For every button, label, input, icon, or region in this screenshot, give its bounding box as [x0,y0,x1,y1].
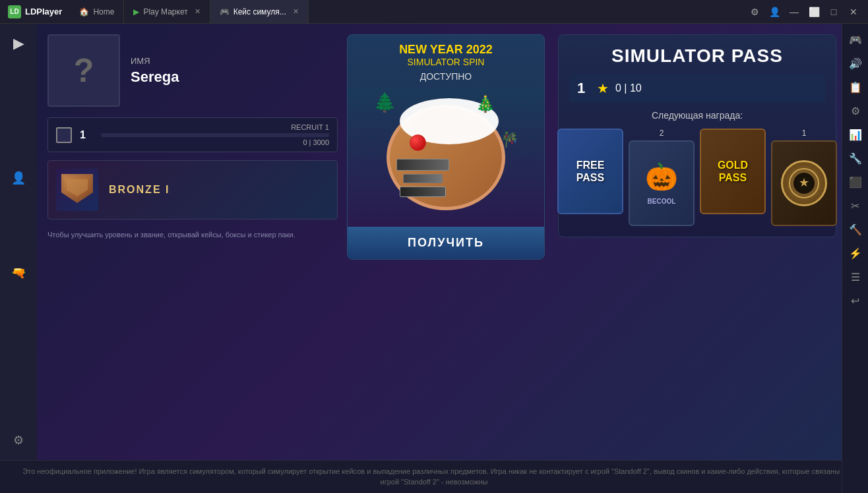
cookie-base: 🎄 [387,105,505,210]
gold-pass-card: GOLDPASS [700,129,766,214]
progress-bar [101,133,329,137]
main-content: ? ИМЯ Serega 1 RECRUIT 1 0 | 3000 [37,24,842,460]
rs-chart-icon[interactable]: 📊 [845,124,866,145]
holly-icon: 🎄 [476,95,495,113]
case-sim-label: Кейс симуля... [233,7,286,16]
logo-icon: LD [8,5,21,18]
player-name-block: ИМЯ Serega [131,56,179,86]
rs-keyboard-icon[interactable]: ⬛ [845,171,866,192]
progress-text: 0 | 3000 [101,138,329,146]
rs-hammer-icon[interactable]: 🔨 [845,219,866,240]
bronze-badge: BRONZE I [47,160,338,219]
player-name: Serega [131,69,179,86]
tree-branch-1: 🌲 [373,92,396,113]
reward-item-sticker: 2 🎃 BECOOL [629,129,695,226]
gun-item-3 [400,187,446,197]
pass-position-num: 1 [577,80,590,97]
rs-back-icon[interactable]: ↩ [845,290,866,311]
player-card: ? ИМЯ Serega 1 RECRUIT 1 0 | 3000 [47,34,338,244]
get-spin-button[interactable]: ПОЛУЧИТЬ [348,227,544,259]
pass-title: SIMULATOR PASS [569,45,825,67]
play-market-close[interactable]: ✕ [195,7,201,16]
footer-text: Это неофициальное приложение! Игра являе… [13,467,855,487]
rs-volume-icon[interactable]: 🔊 [845,53,866,74]
bronze-icon-wrap [56,169,98,211]
close-button[interactable]: ✕ [844,3,863,21]
app-name: LDPlayer [25,7,62,16]
minimize-button[interactable]: — [785,3,803,21]
play-market-icon: ▶ [133,7,139,16]
medal-circle: ★ [781,160,827,206]
home-tab-label: Home [93,7,114,16]
gun-item-2 [403,174,443,183]
tab-bar: 🏠 Home ▶ Play Маркет ✕ 🎮 Кейс симуля... … [70,0,740,23]
maximize-button[interactable]: □ [824,3,843,21]
player-avatar: ? [47,34,120,107]
sticker-num: 2 [660,129,664,138]
svg-text:★: ★ [799,176,809,189]
rs-tool-icon[interactable]: 🔧 [845,148,866,169]
spin-title-year: NEW YEAR 2022 [353,43,539,57]
left-sidebar: ▶ 👤 🔫 ⚙ [0,24,37,460]
person-icon[interactable]: 👤 [7,166,30,190]
rs-flash-icon[interactable]: ⚡ [845,243,866,264]
free-pass-card: FREEPASS [557,129,623,214]
pass-panel: SIMULATOR PASS 1 ★ 0 | 10 Следующая нагр… [558,34,836,237]
rs-menu-icon[interactable]: ☰ [845,266,866,287]
spin-title-main: SIMULATOR SPIN [353,57,539,67]
next-reward-label: Следующая награда: [569,110,825,121]
spin-decoration: 🎄 🌲 🎋 [373,92,518,223]
spin-image-container: 🎄 🌲 🎋 [348,88,544,227]
medal-card: ★ [771,140,837,226]
bronze-label: BRONZE I [109,184,170,196]
spin-panel: NEW YEAR 2022 SIMULATOR SPIN ДОСТУПНО 🎄 [347,34,545,260]
user-control[interactable]: 👤 [765,3,784,21]
restore-button[interactable]: ⬜ [805,3,823,21]
case-sim-close[interactable]: ✕ [293,7,299,16]
rs-gamepad-icon[interactable]: 🎮 [845,29,866,50]
rewards-row: FREEPASS 2 🎃 BECOOL GOLDPASS 1 [569,129,825,226]
ball-deco [410,134,426,151]
tab-home[interactable]: 🏠 Home [70,0,124,23]
gun-item-1 [396,159,449,171]
avatar-placeholder: ? [74,51,94,90]
rank-icon [56,127,72,143]
rank-bar-container: 1 RECRUIT 1 0 | 3000 [47,117,338,152]
app-logo: LD LDPlayer [0,5,70,18]
medal-svg: ★ [788,167,821,200]
tree-branch-2: 🎋 [501,131,518,148]
spin-available: ДОСТУПНО [353,71,539,82]
star-progress: 0 | 10 [615,82,642,94]
reward-item-gold-pass: GOLDPASS [700,129,766,226]
tab-case-sim[interactable]: 🎮 Кейс симуля... ✕ [210,0,309,23]
sticker-card: 🎃 BECOOL [629,140,695,226]
home-tab-icon: 🏠 [79,7,89,16]
play-market-label: Play Маркет [143,7,187,16]
bronze-chevron-svg [56,169,98,211]
reward-item-medal: 1 ★ [771,129,837,226]
free-pass-text: FREEPASS [576,159,605,184]
medal-num: 1 [802,129,807,138]
gold-pass-text: GOLDPASS [718,159,748,184]
sticker-label: BECOOL [648,198,676,205]
settings-icon[interactable]: ⚙ [7,428,30,452]
rs-settings-icon[interactable]: ⚙ [845,100,866,121]
rank-level: 1 [80,129,93,141]
case-sim-icon: 🎮 [220,7,230,16]
right-sidebar: 🎮 🔊 📋 ⚙ 📊 🔧 ⬛ ✂ 🔨 ⚡ ☰ ↩ [842,24,868,493]
spin-header: NEW YEAR 2022 SIMULATOR SPIN ДОСТУПНО [348,35,544,88]
settings-control[interactable]: ⚙ [745,3,764,21]
tab-play-market[interactable]: ▶ Play Маркет ✕ [124,0,210,23]
rs-scissor-icon[interactable]: ✂ [845,195,866,216]
reward-item-free-pass: FREEPASS [557,129,623,226]
rank-progress-block: RECRUIT 1 0 | 3000 [101,123,329,146]
play-icon[interactable]: ▶ [7,32,30,55]
gun-icon[interactable]: 🔫 [7,261,30,285]
rank-title: RECRUIT 1 [101,123,329,131]
rs-clipboard-icon[interactable]: 📋 [845,76,866,98]
taskbar: LD LDPlayer 🏠 Home ▶ Play Маркет ✕ 🎮 Кей… [0,0,868,24]
player-info: ? ИМЯ Serega [47,34,338,107]
sticker-emoji: 🎃 [645,161,678,192]
star-icon: ★ [597,80,609,96]
tip-text: Чтобы улучшить уровень и звание, открыва… [47,226,338,244]
